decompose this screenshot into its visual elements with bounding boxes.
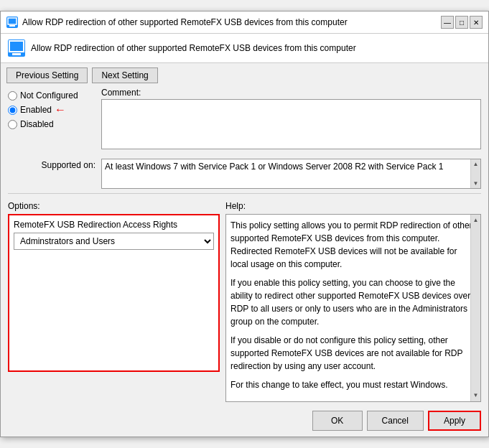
ok-button[interactable]: OK xyxy=(312,411,363,431)
not-configured-label: Not Configured xyxy=(20,90,78,101)
svg-rect-0 xyxy=(8,18,17,24)
window-controls: — □ ✕ xyxy=(441,16,483,29)
window-title: Allow RDP redirection of other supported… xyxy=(22,17,437,27)
help-p3: If you disable or do not configure this … xyxy=(230,334,476,373)
options-title: Options: xyxy=(8,201,220,211)
disabled-label: Disabled xyxy=(20,119,54,129)
supported-box: At least Windows 7 with Service Pack 1 o… xyxy=(101,159,481,189)
disabled-radio[interactable] xyxy=(8,120,17,129)
lower-section: Options: RemoteFX USB Redirection Access… xyxy=(8,198,481,405)
supported-text: At least Windows 7 with Service Pack 1 o… xyxy=(105,162,444,172)
help-p4: For this change to take effect, you must… xyxy=(230,378,476,391)
cancel-button[interactable]: Cancel xyxy=(367,411,424,431)
help-scroll-down-icon[interactable]: ▼ xyxy=(472,390,480,401)
options-field-label: RemoteFX USB Redirection Access Rights xyxy=(14,220,214,230)
enabled-radio[interactable] xyxy=(8,106,17,115)
header-icon xyxy=(8,39,25,57)
arrow-icon: ← xyxy=(55,103,66,116)
divider xyxy=(8,193,481,194)
footer: OK Cancel Apply xyxy=(1,405,488,437)
content-area: Not Configured Enabled ← Disabled Commen… xyxy=(1,88,488,405)
supported-row: Supported on: At least Windows 7 with Se… xyxy=(8,159,481,189)
options-box: RemoteFX USB Redirection Access Rights A… xyxy=(8,214,220,372)
header-area: Allow RDP redirection of other supported… xyxy=(1,34,488,63)
help-scroll-up-icon[interactable]: ▲ xyxy=(472,215,480,226)
help-scrollbar[interactable]: ▲ ▼ xyxy=(470,215,480,401)
disabled-option[interactable]: Disabled xyxy=(8,119,101,129)
svg-rect-3 xyxy=(12,53,21,55)
scroll-up-icon[interactable]: ▲ xyxy=(472,159,480,169)
enabled-label: Enabled xyxy=(20,105,52,115)
enabled-row: Enabled ← xyxy=(8,103,101,116)
main-window: Allow RDP redirection of other supported… xyxy=(0,11,489,437)
not-configured-option[interactable]: Not Configured xyxy=(8,90,101,101)
help-p1: This policy setting allows you to permit… xyxy=(230,219,476,271)
toolbar: Previous Setting Next Setting xyxy=(1,63,488,88)
prev-setting-button[interactable]: Previous Setting xyxy=(6,67,88,83)
comment-section: Comment: xyxy=(101,88,481,156)
enabled-option[interactable]: Enabled xyxy=(8,105,52,115)
maximize-button[interactable]: □ xyxy=(455,16,468,29)
svg-rect-2 xyxy=(9,41,24,52)
title-bar: Allow RDP redirection of other supported… xyxy=(1,11,488,34)
supported-label: Supported on: xyxy=(8,159,101,170)
radio-comment-section: Not Configured Enabled ← Disabled Commen… xyxy=(8,88,481,156)
apply-button[interactable]: Apply xyxy=(428,411,481,431)
options-panel: Options: RemoteFX USB Redirection Access… xyxy=(8,201,220,402)
comment-label: Comment: xyxy=(101,88,481,98)
window-icon xyxy=(6,17,18,28)
svg-rect-1 xyxy=(9,25,15,27)
scroll-down-icon[interactable]: ▼ xyxy=(472,179,480,188)
comment-textarea[interactable] xyxy=(101,99,481,149)
not-configured-radio[interactable] xyxy=(8,91,17,101)
supported-scrollbar[interactable]: ▲ ▼ xyxy=(470,159,480,188)
access-rights-dropdown[interactable]: Adminstrators and Users Administrators O… xyxy=(14,233,214,250)
help-panel: Help: This policy setting allows you to … xyxy=(225,201,481,402)
help-p2: If you enable this policy setting, you c… xyxy=(230,276,476,328)
minimize-button[interactable]: — xyxy=(441,16,454,29)
next-setting-button[interactable]: Next Setting xyxy=(92,67,157,83)
radio-section: Not Configured Enabled ← Disabled xyxy=(8,88,101,132)
help-box: This policy setting allows you to permit… xyxy=(225,214,481,402)
close-button[interactable]: ✕ xyxy=(470,16,483,29)
header-title: Allow RDP redirection of other supported… xyxy=(31,43,356,53)
help-title: Help: xyxy=(225,201,481,211)
